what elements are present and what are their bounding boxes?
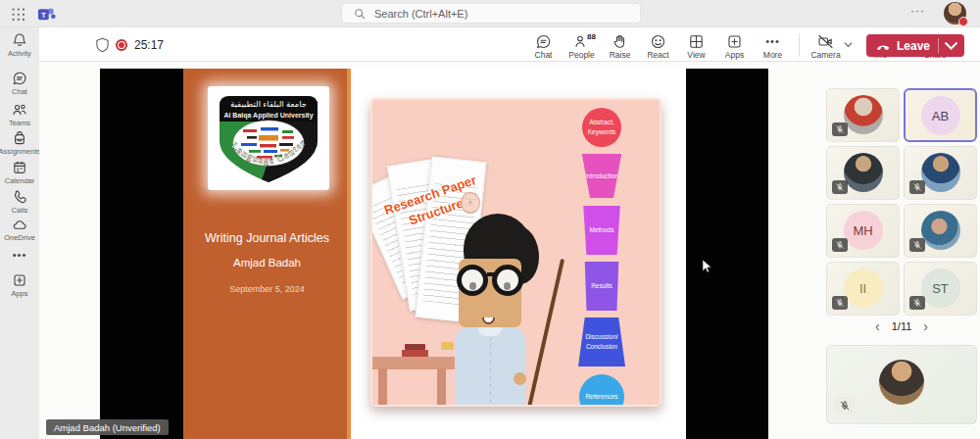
- participant-avatar: [844, 95, 883, 134]
- mic-muted-icon: [832, 180, 848, 194]
- funnel-methods: Methods: [582, 206, 621, 255]
- participant-tile[interactable]: [904, 146, 977, 200]
- slide-title: Writing Journal Articles: [183, 231, 351, 245]
- app-launcher-icon[interactable]: [11, 7, 24, 21]
- react-button[interactable]: React: [640, 30, 676, 60]
- sidebar-item-calendar[interactable]: Calendar: [0, 160, 39, 185]
- desk-item: [441, 342, 454, 350]
- more-icon: •••: [13, 249, 27, 261]
- search-placeholder: Search (Ctrl+Alt+E): [374, 8, 467, 20]
- people-button[interactable]: 88 People: [564, 30, 600, 60]
- share-black-bar-left: [100, 69, 183, 439]
- participant-avatar: [879, 360, 924, 405]
- university-logo: جامعة البلقاء التطبيقية Al Balqa Applied…: [208, 86, 329, 190]
- participant-avatar: [921, 153, 960, 192]
- svg-text:T: T: [41, 11, 46, 20]
- sidebar-item-more[interactable]: •••: [0, 249, 39, 261]
- titlebar-more-button[interactable]: ···: [910, 4, 925, 18]
- camera-options-chevron-icon[interactable]: [844, 40, 853, 49]
- sidebar-item-calls[interactable]: Calls: [0, 189, 39, 215]
- glasses-lens: [492, 265, 523, 296]
- ellipsis-icon: •••: [765, 33, 780, 50]
- participant-tile[interactable]: ST: [904, 262, 977, 316]
- character-shirt: [455, 327, 525, 407]
- teams-logo-icon[interactable]: T: [37, 5, 56, 24]
- teams-meeting-window: T Search (Ctrl+Alt+E) ··· Activity Chat …: [0, 0, 980, 439]
- app-rail: Activity Chat Teams Assignments Calendar…: [0, 27, 39, 439]
- participant-tile[interactable]: II: [826, 262, 900, 316]
- more-button[interactable]: ••• More: [755, 30, 791, 60]
- desk-leg: [437, 368, 446, 407]
- mic-muted-icon: [909, 180, 925, 194]
- content-slide: Research Paper Structure +: [370, 98, 662, 407]
- participant-initials-avatar: ST: [921, 268, 960, 308]
- character-eye: [504, 282, 511, 290]
- character-eye: [469, 282, 476, 290]
- mic-muted-icon: [909, 296, 925, 310]
- security-shield-icon: [95, 37, 110, 53]
- people-icon: [12, 102, 27, 118]
- slide-edge-glow: [347, 69, 351, 439]
- mic-muted-icon: [832, 238, 848, 252]
- backpack-icon: [12, 130, 27, 146]
- participant-tile[interactable]: [904, 204, 977, 258]
- leave-divider: [938, 38, 939, 53]
- funnel-references: References: [579, 374, 624, 407]
- chat-icon: [12, 71, 27, 86]
- mic-muted-icon: [832, 296, 848, 310]
- leave-options-chevron-icon[interactable]: [944, 38, 958, 53]
- grid-view-icon: [688, 33, 705, 50]
- sidebar-item-teams[interactable]: Teams: [0, 102, 39, 127]
- character-collar: [478, 327, 502, 336]
- smiley-icon: [650, 33, 666, 50]
- phone-icon: [12, 189, 27, 205]
- meeting-timer: 25:17: [134, 38, 164, 52]
- funnel-introduction: Introduction: [579, 154, 624, 198]
- participant-tile[interactable]: [826, 88, 900, 142]
- participants-pagination: ‹ 1/11 ›: [826, 320, 977, 332]
- chat-button[interactable]: Chat: [525, 30, 562, 60]
- slide-author: Amjad Badah: [183, 257, 351, 268]
- pagination-prev-icon[interactable]: ‹: [875, 321, 880, 332]
- apps-plus-icon: [726, 33, 743, 50]
- logo-english-text: Al Balqa Applied University: [223, 112, 313, 120]
- camera-button[interactable]: Camera: [808, 30, 844, 60]
- mouse-cursor: [702, 260, 712, 274]
- share-black-bar-right: [686, 69, 768, 439]
- funnel-discussion: Discussion/Conclusion: [578, 317, 625, 366]
- mic-muted-icon: [835, 397, 855, 414]
- book: [405, 344, 425, 350]
- presenter-name-label: Amjad Badah (Unverified): [46, 419, 169, 435]
- sidebar-item-apps[interactable]: Apps: [0, 272, 39, 298]
- sidebar-item-onedrive[interactable]: OneDrive: [0, 217, 39, 242]
- bell-icon: [12, 32, 27, 48]
- user-avatar[interactable]: [944, 2, 966, 24]
- sidebar-item-chat[interactable]: Chat: [0, 71, 39, 96]
- search-input[interactable]: Search (Ctrl+Alt+E): [341, 3, 641, 24]
- top-bar: T Search (Ctrl+Alt+E) ···: [0, 0, 980, 27]
- pagination-next-icon[interactable]: ›: [923, 321, 928, 332]
- participant-avatar: [844, 153, 883, 192]
- sidebar-item-assignments[interactable]: Assignments: [0, 130, 39, 156]
- calendar-icon: [12, 160, 27, 175]
- search-icon: [354, 8, 366, 20]
- raise-hand-button[interactable]: Raise: [602, 30, 638, 60]
- apps-button[interactable]: Apps: [716, 30, 753, 60]
- view-button[interactable]: View: [678, 30, 714, 60]
- participant-tile-spotlight[interactable]: [826, 345, 977, 424]
- raise-hand-icon: [612, 33, 628, 50]
- hang-up-icon: [876, 38, 891, 53]
- sidebar-item-activity[interactable]: Activity: [0, 32, 39, 58]
- pointer-stick: [526, 259, 564, 407]
- leave-button[interactable]: Leave: [866, 34, 964, 57]
- desk-leg: [378, 368, 387, 407]
- presence-busy-badge: [958, 17, 968, 26]
- decor-circle: +: [461, 192, 480, 214]
- chat-bubble-icon: [535, 33, 552, 50]
- participant-tile[interactable]: [826, 146, 900, 200]
- cloud-icon: [12, 217, 27, 232]
- participant-tile[interactable]: MH: [826, 204, 900, 258]
- participant-initials-avatar: AB: [921, 96, 960, 135]
- participant-tile-active[interactable]: AB: [904, 88, 977, 142]
- funnel-abstract: Abstract,Keywords: [582, 108, 621, 147]
